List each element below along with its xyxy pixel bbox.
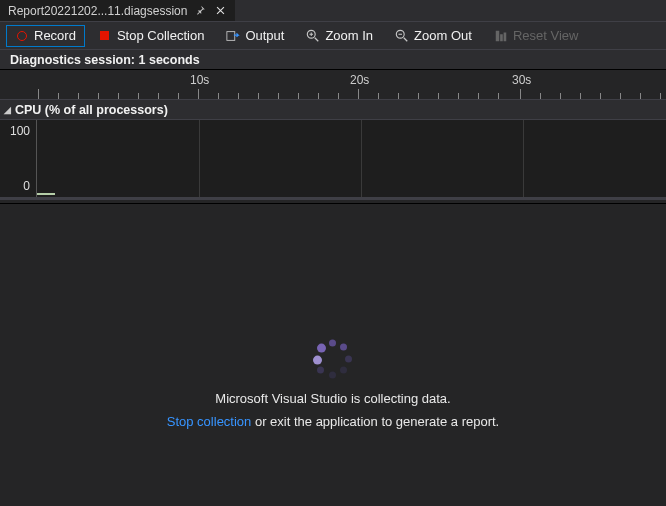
- timeline-label: 30s: [512, 73, 531, 87]
- close-icon[interactable]: [213, 4, 227, 18]
- collecting-panel: Microsoft Visual Studio is collecting da…: [0, 337, 666, 429]
- zoom-out-label: Zoom Out: [414, 28, 472, 43]
- cpu-chart: 100 0: [0, 120, 666, 200]
- svg-rect-4: [500, 34, 503, 41]
- timeline-label: 20s: [350, 73, 369, 87]
- tab-bar: Report20221202...11.diagsession: [0, 0, 666, 22]
- stop-icon: [98, 29, 112, 43]
- tab-title: Report20221202...11.diagsession: [8, 4, 187, 18]
- zoom-out-icon: [395, 29, 409, 43]
- plot-area: [36, 120, 666, 197]
- status-text: Diagnostics session: 1 seconds: [10, 53, 200, 67]
- cpu-data-line: [37, 193, 55, 195]
- toolbar: Record Stop Collection Output Zoom In Zo…: [0, 22, 666, 50]
- stop-collection-button[interactable]: Stop Collection: [89, 25, 213, 47]
- cpu-chart-title: CPU (% of all processors): [15, 103, 168, 117]
- svg-rect-3: [496, 30, 500, 41]
- cpu-chart-header[interactable]: ◢ CPU (% of all processors): [0, 100, 666, 120]
- reset-view-button: Reset View: [485, 25, 588, 47]
- timeline-label: 10s: [190, 73, 209, 87]
- output-button[interactable]: Output: [217, 25, 293, 47]
- reset-view-icon: [494, 29, 508, 43]
- record-button[interactable]: Record: [6, 25, 85, 47]
- collecting-remainder: or exit the application to generate a re…: [251, 414, 499, 429]
- y-axis-max: 100: [4, 124, 30, 138]
- stop-collection-link[interactable]: Stop collection: [167, 414, 252, 429]
- zoom-out-button[interactable]: Zoom Out: [386, 25, 481, 47]
- spinner-icon: [310, 337, 356, 383]
- pin-icon[interactable]: [193, 4, 207, 18]
- y-axis-min: 0: [4, 179, 30, 193]
- collecting-message: Microsoft Visual Studio is collecting da…: [215, 391, 450, 406]
- reset-view-label: Reset View: [513, 28, 579, 43]
- output-label: Output: [245, 28, 284, 43]
- svg-rect-5: [504, 32, 507, 41]
- zoom-in-label: Zoom In: [325, 28, 373, 43]
- stop-label: Stop Collection: [117, 28, 204, 43]
- status-bar: Diagnostics session: 1 seconds: [0, 50, 666, 70]
- timeline-ruler[interactable]: 10s20s30s: [0, 70, 666, 100]
- zoom-in-icon: [306, 29, 320, 43]
- zoom-in-button[interactable]: Zoom In: [297, 25, 382, 47]
- record-icon: [15, 29, 29, 43]
- report-pane: Microsoft Visual Studio is collecting da…: [0, 203, 666, 506]
- collecting-subtext: Stop collection or exit the application …: [167, 414, 499, 429]
- document-tab[interactable]: Report20221202...11.diagsession: [0, 0, 235, 21]
- output-icon: [226, 29, 240, 43]
- record-label: Record: [34, 28, 76, 43]
- collapse-icon: ◢: [4, 105, 11, 115]
- svg-rect-0: [227, 31, 235, 40]
